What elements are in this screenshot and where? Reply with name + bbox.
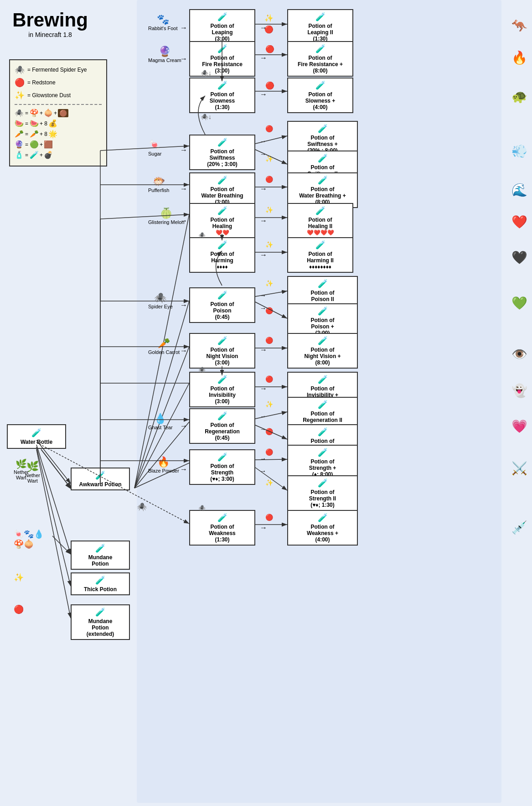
strength-box: 🧪 Potion ofStrength(♥♦; 3:00) <box>189 449 255 485</box>
spider-eye-label: 🕷️ Spider Eye <box>148 292 173 309</box>
thick-ingredient: ✨ <box>14 572 24 582</box>
legend-redstone: 🔴 = Redstone <box>15 78 102 88</box>
arrow5: → <box>260 90 267 99</box>
fse-invis: 🕷️ <box>198 366 206 374</box>
arrow17: → <box>260 385 267 393</box>
mundane-ingredients: 🍬🐾💧🍄🧅 <box>14 529 44 549</box>
redstone-regen: 🔴 <box>265 428 273 436</box>
right-icon-heal: ❤️ <box>511 214 527 229</box>
right-icon-strength: ⚔️ <box>511 461 527 476</box>
legend-recipe-fermented-spider: 🕷️ = 🍄 + 🧅 + 🟤 <box>15 109 102 117</box>
legend-glowstone: ✨ = Glowstone Dust <box>15 90 102 100</box>
svg-line-40 <box>52 536 71 554</box>
awkward-potion-box: 🧪 Awkward Potion <box>71 468 130 490</box>
mundane-ext-box: 🧪 MundanePotion(extended) <box>71 604 130 640</box>
redstone-poison: 🔴 <box>265 307 273 315</box>
legend-recipe-melon: 🍉 = 🍉 + 8 💰 <box>15 119 102 128</box>
rabbits-foot-label: 🐾 Rabbit's Foot <box>148 14 177 31</box>
svg-line-10 <box>36 447 71 586</box>
mundane-ext-label: MundanePotion(extended) <box>87 618 114 637</box>
right-icon-poison: 💚 <box>511 296 527 311</box>
fse-weakness-source: 🕷️ <box>137 502 147 512</box>
fse-arrow1: 🕷️↓ <box>201 69 212 77</box>
glowstone-swift: ✨ <box>265 155 273 163</box>
poison-box: 🧪 Potion ofPoison(0:45) <box>189 287 255 323</box>
swiftness-box: 🧪 Potion ofSwiftness(20% ; 3:00) <box>189 135 255 170</box>
awkward-label: Awkward Potion <box>79 481 121 488</box>
arrow8: → <box>180 185 187 193</box>
arrow11: → <box>260 217 267 225</box>
legend-box: 🕷️ = Fermented Spider Eye 🔴 = Redstone ✨… <box>9 59 107 166</box>
arrow22: → <box>260 524 267 532</box>
weakness-plus-box: 🧪 Potion ofWeakness +(4:00) <box>287 510 358 546</box>
redstone-fire: 🔴 <box>265 45 274 53</box>
sugar-label: 🍬 Sugar <box>148 139 161 156</box>
glowstone-poison: ✨ <box>265 280 273 287</box>
strength2-box: 🧪 Potion ofStrength II(♥♦; 1:30) <box>287 475 358 511</box>
glistering-melon-label: 🍈 Glistering Melon <box>148 208 184 225</box>
fse-weakness: 🕷️ <box>198 504 206 512</box>
leaping-box: 🧪 Potion ofLeaping(3:00) <box>189 9 255 45</box>
arrow13: → <box>180 301 187 309</box>
redstone-leaping: 🔴 <box>264 25 274 34</box>
thick-potion-box: 🧪 Thick Potion <box>71 572 130 595</box>
right-icon-regen: 💗 <box>511 419 527 434</box>
ghast-tear-label: 💧 Ghast Tear <box>148 413 173 430</box>
mundane-ext-ingredient: 🔴 <box>14 604 24 614</box>
fse-slow-arrow: 🕷️↓ <box>201 113 212 121</box>
right-icon-harm: 🖤 <box>511 250 527 265</box>
glowstone-regen: ✨ <box>265 400 273 408</box>
right-icon-leaping: 🦘 <box>511 18 527 33</box>
fse-harming: 🕷️ <box>198 232 206 239</box>
arrow14a: → <box>260 292 266 299</box>
page-subtitle: in Minecraft 1.8 <box>9 31 91 38</box>
arrow15: → <box>180 347 187 355</box>
regen-box: 🧪 Potion ofRegeneration(0:45) <box>189 408 255 444</box>
magma-cream-label: 🔮 Magma Cream <box>148 46 181 63</box>
weakness-box: 🧪 Potion ofWeakness(1:30) <box>189 510 255 546</box>
invisibility-box: 🧪 Potion ofInvisibility(3:00) <box>189 372 255 407</box>
night-vision-box: 🧪 Potion ofNight Vision(3:00) <box>189 333 255 369</box>
mundane-label: MundanePotion <box>88 554 113 567</box>
legend-recipe-splash: 🧴 = 🧪 + 💣 <box>15 151 102 159</box>
water-bottle-label: Water Bottle <box>21 439 52 445</box>
legend-recipe-carrot: 🥕 = 🥕 + 8 🌟 <box>15 130 102 138</box>
arrow16: → <box>260 346 267 354</box>
arrow21b: → <box>260 468 266 475</box>
nether-wart-text: 🌿 NetherWart <box>14 458 29 480</box>
harming-box: 🧪 Potion ofHarming♦♦♦♦ <box>189 237 255 273</box>
slowness-box: 🧪 Potion ofSlowness(1:30) <box>189 78 255 113</box>
arrow12: → <box>260 251 267 259</box>
arrow20: → <box>180 465 187 473</box>
legend-fermented: 🕷️ = Fermented Spider Eye <box>15 65 102 75</box>
right-icon-water: 🌊 <box>511 182 527 198</box>
right-icon-slow: 🐢 <box>511 89 527 104</box>
arrow1: → <box>180 24 187 32</box>
redstone-swift: 🔴 <box>265 125 273 133</box>
right-icon-swift: 💨 <box>511 144 527 159</box>
title-area: Brewing in Minecraft 1.8 <box>9 9 91 38</box>
svg-line-20 <box>100 146 189 151</box>
right-icon-invis: 👻 <box>511 383 527 398</box>
redstone-invis: 🔴 <box>265 375 273 383</box>
arrow3: → <box>180 55 187 63</box>
right-icon-nv: 👁️ <box>511 347 527 362</box>
svg-line-5 <box>134 422 189 488</box>
arrow9: → <box>260 185 267 193</box>
glowstone-leaping: ✨ <box>264 14 274 22</box>
night-vision-plus-box: 🧪 Potion ofNight Vision +(8:00) <box>287 333 358 369</box>
redstone-slow: 🔴 <box>265 81 274 90</box>
fire-res-box: 🧪 Potion ofFire Resistance(3:00) <box>189 41 255 77</box>
redstone-strength: 🔴 <box>265 448 273 456</box>
healing2-box: 🧪 Potion ofHealing II❤️❤️❤️❤️ <box>287 203 353 239</box>
blaze-powder-label: 🔥 Blaze Powder <box>148 456 179 473</box>
page-title: Brewing <box>9 9 91 31</box>
golden-carrot-label: 🥕 Golden Carrot <box>148 338 180 355</box>
glowstone-heal: ✨ <box>265 206 273 214</box>
arrow4: → <box>260 54 267 62</box>
arrow6: → <box>180 146 187 154</box>
glowstone-harm: ✨ <box>265 241 273 249</box>
svg-line-0 <box>41 449 71 488</box>
mundane-potion-box: 🧪 MundanePotion <box>71 541 130 570</box>
arrow19a: → <box>260 413 266 420</box>
